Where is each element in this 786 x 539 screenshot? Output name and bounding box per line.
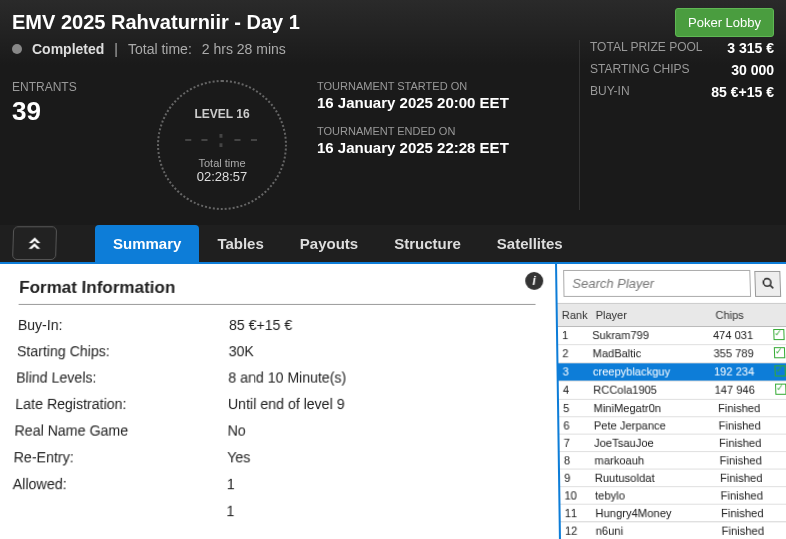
col-rank[interactable]: Rank [558, 307, 592, 323]
tab-payouts[interactable]: Payouts [282, 225, 376, 262]
player-rank: 5 [559, 400, 590, 416]
format-value: Until end of level 9 [228, 396, 345, 412]
col-player[interactable]: Player [591, 307, 711, 323]
player-name: RCCola1905 [589, 382, 711, 399]
player-row[interactable]: 6Pete JerpanceFinished [559, 417, 786, 434]
search-icon [761, 277, 774, 290]
check-icon [774, 347, 785, 358]
format-row: Allowed:1 [12, 476, 537, 493]
total-time-clock-label: Total time [198, 157, 245, 169]
format-label: Blind Levels: [16, 369, 229, 385]
tab-summary[interactable]: Summary [95, 225, 199, 262]
player-rank: 4 [559, 382, 590, 399]
player-name: Pete Jerpance [590, 417, 715, 433]
player-check [777, 470, 786, 487]
player-rank: 9 [560, 470, 591, 487]
player-row[interactable]: 4RCCola1905147 946 [559, 382, 786, 400]
entrants-label: ENTRANTS [12, 80, 142, 94]
total-time-divider: | [114, 41, 118, 57]
buyin-value: 85 €+15 € [711, 84, 774, 100]
format-label: Starting Chips: [17, 343, 229, 359]
search-button[interactable] [754, 270, 781, 296]
player-rank: 2 [558, 345, 589, 362]
player-check [770, 363, 786, 380]
player-row[interactable]: 8markoauhFinished [560, 452, 786, 470]
total-time-clock-value: 02:28:57 [197, 169, 248, 184]
tabs: Summary Tables Payouts Structure Satelli… [0, 225, 786, 262]
player-check [778, 505, 786, 522]
player-row[interactable]: 11Hungry4MoneyFinished [560, 505, 786, 523]
player-name: markoauh [590, 452, 716, 468]
format-label: Late Registration: [15, 396, 228, 412]
total-time-label: Total time: [128, 41, 192, 57]
player-rank: 10 [560, 487, 591, 504]
format-label: Re-Entry: [13, 449, 227, 465]
format-row: Blind Levels:8 and 10 Minute(s) [16, 369, 537, 385]
status-text: Completed [32, 41, 104, 57]
poker-lobby-button[interactable]: Poker Lobby [675, 8, 774, 37]
player-row[interactable]: 7JoeTsauJoeFinished [559, 435, 786, 452]
player-chips: Finished [717, 522, 779, 539]
col-chips[interactable]: Chips [711, 307, 772, 323]
end-value: 16 January 2025 22:28 EET [317, 139, 579, 156]
search-input[interactable] [563, 270, 751, 297]
format-value: 30K [229, 343, 254, 359]
player-row[interactable]: 2MadBaltic355 789 [558, 345, 786, 363]
format-row: Real Name GameNo [14, 422, 537, 438]
player-chips: 474 031 [709, 327, 770, 344]
format-value: Yes [227, 449, 250, 465]
expand-button[interactable] [12, 226, 57, 260]
player-check [779, 522, 786, 539]
tab-tables[interactable]: Tables [199, 225, 281, 262]
player-row[interactable]: 12n6uniFinished [561, 522, 786, 539]
starting-chips-value: 30 000 [731, 62, 774, 78]
svg-point-0 [763, 279, 771, 287]
tournament-title: EMV 2025 Rahvaturniir - Day 1 [12, 11, 300, 34]
player-row[interactable]: 3creepyblackguy192 234 [558, 363, 786, 381]
player-name: tebylo [591, 487, 717, 504]
clock: LEVEL 16 --:-- Total time 02:28:57 [142, 80, 302, 210]
buyin-label: BUY-IN [590, 84, 630, 100]
player-chips: 355 789 [709, 345, 770, 362]
player-row[interactable]: 5MiniMegatr0nFinished [559, 400, 786, 417]
player-rank: 3 [558, 363, 589, 380]
player-check [775, 400, 786, 416]
format-value: 1 [226, 503, 234, 520]
player-row[interactable]: 1Sukram799474 031 [558, 327, 786, 345]
format-value: 8 and 10 Minute(s) [228, 369, 346, 385]
content: i Format Information Buy-In:85 €+15 €Sta… [0, 262, 786, 539]
info-icon[interactable]: i [525, 272, 543, 290]
total-time-value: 2 hrs 28 mins [202, 41, 286, 57]
player-check [771, 382, 786, 399]
end-label: TOURNAMENT ENDED ON [317, 125, 579, 137]
player-check [775, 417, 786, 433]
player-rank: 1 [558, 327, 588, 344]
format-row: Starting Chips:30K [17, 343, 536, 359]
player-name: JoeTsauJoe [590, 435, 715, 451]
player-chips: Finished [714, 417, 775, 433]
format-label [12, 503, 227, 520]
player-chips: Finished [715, 435, 776, 451]
player-rank: 6 [559, 417, 590, 433]
player-row[interactable]: 9RuutusoldatFinished [560, 470, 786, 488]
player-chips: 147 946 [710, 382, 771, 399]
player-rank: 12 [561, 522, 592, 539]
player-row[interactable]: 10tebyloFinished [560, 487, 786, 505]
player-chips: Finished [716, 470, 778, 487]
tab-satellites[interactable]: Satellites [479, 225, 581, 262]
player-rank: 7 [559, 435, 590, 451]
clock-digits: --:-- [181, 125, 263, 153]
check-icon [773, 329, 784, 340]
format-title: Format Information [19, 278, 536, 305]
player-chips: Finished [715, 452, 777, 468]
format-label: Real Name Game [14, 422, 227, 438]
player-name: Sukram799 [588, 327, 709, 344]
format-row: 1 [12, 503, 539, 520]
start-label: TOURNAMENT STARTED ON [317, 80, 579, 92]
player-chips: Finished [717, 505, 779, 522]
format-value: 1 [227, 476, 235, 493]
status-dot-icon [12, 44, 22, 54]
tab-structure[interactable]: Structure [376, 225, 479, 262]
format-row: Buy-In:85 €+15 € [18, 317, 536, 333]
level-text: LEVEL 16 [194, 107, 249, 121]
